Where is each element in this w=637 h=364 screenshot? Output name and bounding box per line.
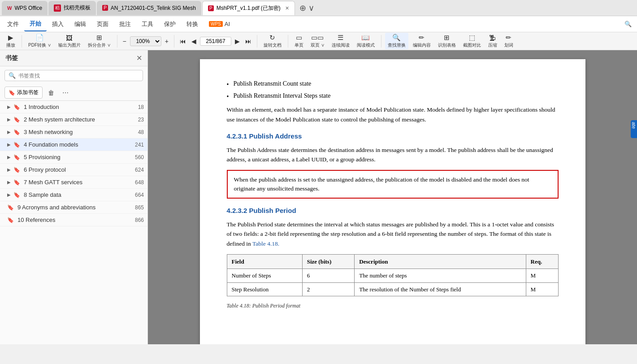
double-page-button[interactable]: ▭▭ 双页 ∨	[308, 33, 327, 49]
main-area: 书签 ✕ 🔍 🔖 添加书签 🗑 ⋯ ▶ 🔖 1 Introduction 18 …	[0, 50, 637, 344]
col-header-size: Size (bits)	[302, 254, 354, 269]
split-button[interactable]: ⊞ 拆分合并 ∨	[85, 33, 113, 49]
cell-steps-size: 6	[302, 269, 354, 283]
read-mode-label: 阅读模式	[357, 42, 375, 48]
right-edge-indicator[interactable]: ate	[631, 120, 637, 138]
cell-steps-req: M	[526, 269, 558, 283]
bookmark-item-6[interactable]: ▶ 🔖 6 Proxy protocol 624	[0, 164, 147, 176]
pdf-convert-button[interactable]: 📄 PDF转换 ∨	[26, 33, 54, 49]
zoom-in-button[interactable]: +	[163, 37, 170, 46]
menu-edit[interactable]: 编辑	[69, 17, 91, 31]
expand-arrow-2: ▶	[7, 117, 11, 122]
bookmark-icon: 🔖	[9, 90, 15, 96]
edit-content-icon: ✏	[419, 34, 425, 42]
tab-label: AN_17120401-C5_Telink SIG Mesh	[111, 5, 196, 11]
menu-page[interactable]: 页面	[91, 17, 114, 31]
first-page-button[interactable]: ⏮	[178, 37, 188, 46]
bookmark-item-9[interactable]: 🔖 9 Acronyms and abbreviations 865	[0, 201, 147, 214]
bookmark-search-input[interactable]	[18, 73, 139, 79]
bookmark-item-4[interactable]: ▶ 🔖 4 Foundation models 241	[0, 139, 147, 151]
new-tab-button[interactable]: ⊕ ∨	[299, 3, 314, 13]
bullet-text-2: Publish Retransmit Interval Steps state	[233, 91, 330, 101]
sidebar-search-box[interactable]: 🔍	[4, 70, 143, 81]
wps-icon: W	[7, 5, 12, 11]
menu-file[interactable]: 文件	[2, 17, 24, 31]
menu-wps-ai[interactable]: WPS AI	[204, 18, 235, 30]
bookmark-page-6: 624	[135, 167, 144, 173]
menu-insert[interactable]: 插入	[47, 17, 69, 31]
bookmark-flag-10: 🔖	[7, 217, 14, 223]
cell-resolution-desc: The resolution of the Number of Steps fi…	[355, 282, 526, 296]
expand-arrow-8: ▶	[7, 192, 11, 197]
expand-arrow-1: ▶	[7, 104, 11, 109]
single-page-label: 单页	[295, 42, 303, 48]
tab-template[interactable]: 稻 找稻壳模板	[48, 1, 96, 15]
edit-content-label: 编辑内容	[413, 42, 431, 48]
mark-button[interactable]: ✏ 划词	[502, 33, 516, 49]
bookmark-label-10: 10 References	[17, 217, 133, 223]
read-mode-button[interactable]: 📖 阅读模式	[354, 33, 377, 49]
bookmark-item-3[interactable]: ▶ 🔖 3 Mesh networking 48	[0, 126, 147, 139]
bookmark-flag-9: 🔖	[7, 204, 14, 211]
cell-steps-desc: The number of steps	[355, 269, 526, 283]
bookmark-item-7[interactable]: ▶ 🔖 7 Mesh GATT services 648	[0, 176, 147, 189]
tab-label-active: MshPRT_v1.1.pdf (已加密)	[217, 4, 281, 12]
cell-resolution-field: Step Resolution	[227, 282, 302, 296]
compress-button[interactable]: 🗜 压缩	[485, 33, 500, 49]
bookmark-label-5: 5 Provisioning	[24, 154, 133, 160]
last-page-button[interactable]: ⏭	[243, 37, 253, 46]
play-icon: ▶	[8, 34, 13, 42]
page-input[interactable]	[200, 37, 231, 46]
expand-arrow-3: ▶	[7, 130, 11, 134]
table-recog-label: 识别表格	[438, 42, 456, 48]
prev-page-button[interactable]: ◀	[190, 37, 198, 46]
tab-wps-office[interactable]: W WPS Office	[2, 1, 48, 15]
add-bookmark-button[interactable]: 🔖 添加书签	[4, 87, 43, 99]
play-button[interactable]: ▶ 播放	[4, 33, 18, 49]
expand-arrow-6: ▶	[7, 167, 11, 172]
menu-protect[interactable]: 保护	[159, 17, 181, 31]
table-row-steps: Number of Steps 6 The number of steps M	[227, 269, 558, 283]
single-page-button[interactable]: ▭ 单页	[292, 33, 306, 49]
continuous-read-button[interactable]: ☰ 连续阅读	[329, 33, 352, 49]
menu-comment[interactable]: 批注	[114, 17, 136, 31]
bookmark-item-2[interactable]: ▶ 🔖 2 Mesh system architecture 23	[0, 113, 147, 126]
menu-search-button[interactable]: 🔍	[621, 19, 635, 29]
table-recog-button[interactable]: ⊞ 识别表格	[435, 33, 459, 49]
screenshot-button[interactable]: ⬚ 截图对比	[460, 33, 484, 49]
cell-steps-field: Number of Steps	[227, 269, 302, 283]
menu-insert-label: 插入	[52, 21, 64, 27]
table-header-row: Field Size (bits) Description Req.	[227, 254, 558, 269]
img-export-button[interactable]: 🖼 输出为图片	[56, 33, 83, 49]
search-icon: 🔍	[9, 72, 16, 79]
edit-content-button[interactable]: ✏ 编辑内容	[410, 33, 433, 49]
tab-mshprt-pdf[interactable]: P MshPRT_v1.1.pdf (已加密) ✕	[202, 1, 295, 15]
rotate-doc-button[interactable]: ↻ 旋转文档	[261, 33, 284, 49]
toolbar-separator-3	[174, 35, 174, 48]
table-reference-link[interactable]: Table 4.18.	[252, 240, 279, 247]
find-replace-button[interactable]: 🔍 查找替换	[385, 33, 408, 49]
zoom-select[interactable]: 100% 75% 125% 150%	[130, 36, 161, 46]
bookmark-item-8[interactable]: ▶ 🔖 8 Sample data 664	[0, 189, 147, 201]
compress-label: 压缩	[488, 42, 497, 48]
tab-close-button[interactable]: ✕	[285, 5, 289, 11]
menu-tools[interactable]: 工具	[136, 17, 159, 31]
next-page-button[interactable]: ▶	[233, 37, 242, 46]
pdf-convert-icon: 📄	[35, 34, 44, 42]
bookmark-item-10[interactable]: 🔖 10 References 866	[0, 214, 147, 226]
bookmark-item-5[interactable]: ▶ 🔖 5 Provisioning 560	[0, 151, 147, 164]
more-options-button[interactable]: ⋯	[60, 87, 71, 98]
bookmark-flag-4: 🔖	[13, 142, 20, 148]
pdf-area[interactable]: • Publish Retransmit Count state • Publi…	[148, 50, 637, 344]
delete-bookmark-button[interactable]: 🗑	[45, 87, 57, 98]
menu-convert[interactable]: 转换	[181, 17, 204, 31]
tab-bar: W WPS Office 稻 找稻壳模板 P AN_17120401-C5_Te…	[0, 0, 637, 16]
bookmark-item-1[interactable]: ▶ 🔖 1 Introduction 18	[0, 101, 147, 113]
sidebar-close-button[interactable]: ✕	[136, 54, 142, 62]
single-page-icon: ▭	[296, 34, 302, 42]
menu-protect-label: 保护	[164, 21, 176, 27]
tab-an-pdf[interactable]: P AN_17120401-C5_Telink SIG Mesh	[97, 1, 201, 15]
bookmark-flag-8: 🔖	[13, 192, 20, 198]
menu-start[interactable]: 开始	[24, 17, 47, 31]
zoom-out-button[interactable]: −	[121, 37, 128, 46]
